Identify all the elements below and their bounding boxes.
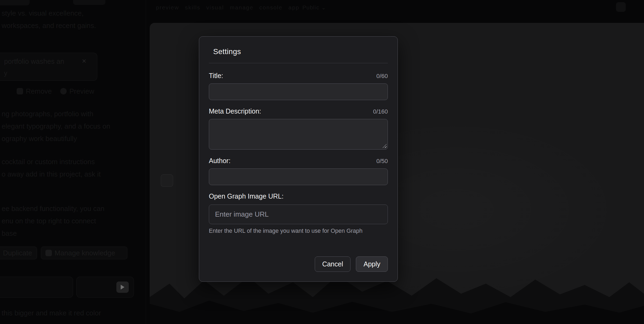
send-button[interactable] xyxy=(116,281,129,293)
last-user-message: this bigger and make it red color xyxy=(2,307,101,319)
close-icon[interactable]: × xyxy=(82,57,86,65)
title-counter: 0/60 xyxy=(376,73,388,80)
modal-footer: Cancel Apply xyxy=(199,245,398,281)
chat-paragraph: cocktail or custom instructions o away a… xyxy=(2,156,101,180)
og-image-label: Open Graph Image URL: xyxy=(209,192,284,200)
og-image-field-group: Open Graph Image URL: Enter the URL of t… xyxy=(209,192,388,234)
meta-description-field-group: Meta Description: 0/160 xyxy=(209,107,388,150)
author-input[interactable] xyxy=(209,168,388,185)
publish-menu[interactable]: Public ⌄ xyxy=(302,4,326,11)
chat-paragraph: ee backend functionality, you can enu on… xyxy=(2,202,105,240)
attachment-card[interactable]: portfolio washes an y × xyxy=(0,53,97,81)
author-label: Author: xyxy=(209,157,231,165)
app-screen: preview skills visual manage console app… xyxy=(0,0,644,324)
apply-button[interactable]: Apply xyxy=(356,256,388,272)
chat-paragraph: style vs. visual excellence, workspaces,… xyxy=(2,7,96,32)
modal-body: Title: 0/60 Meta Description: 0/160 Auth… xyxy=(199,63,398,245)
title-field-group: Title: 0/60 xyxy=(209,72,388,100)
meta-description-label: Meta Description: xyxy=(209,107,261,115)
attachment-title: portfolio washes an xyxy=(4,57,90,66)
send-icon xyxy=(121,285,124,290)
settings-modal: Settings Title: 0/60 Meta Description: 0… xyxy=(199,36,398,282)
title-label: Title: xyxy=(209,72,223,80)
grid-icon xyxy=(45,250,52,256)
og-image-helper-text: Enter the URL of the image you want to u… xyxy=(209,228,388,234)
attachment-subtitle: y xyxy=(4,69,90,77)
cancel-button[interactable]: Cancel xyxy=(315,256,351,272)
remove-button[interactable]: Remove xyxy=(12,86,56,97)
preview-button[interactable]: Preview xyxy=(56,86,98,97)
meta-description-textarea[interactable] xyxy=(209,119,388,150)
composer-actions xyxy=(76,277,134,298)
account-icon[interactable] xyxy=(616,2,626,12)
eye-icon xyxy=(60,88,67,94)
manage-knowledge-button[interactable]: Manage knowledge xyxy=(41,246,127,259)
author-counter: 0/50 xyxy=(376,158,388,165)
modal-title: Settings xyxy=(213,47,384,56)
trash-icon xyxy=(17,88,23,94)
chat-input[interactable] xyxy=(0,277,73,298)
element-selector-button[interactable] xyxy=(161,174,173,187)
duplicate-button[interactable]: Duplicate xyxy=(0,246,37,259)
modal-header: Settings xyxy=(199,37,398,63)
title-input[interactable] xyxy=(209,83,388,100)
chat-paragraph: ng photographs, portfolio with elegant t… xyxy=(2,108,110,145)
og-image-url-input[interactable] xyxy=(209,205,388,224)
meta-description-counter: 0/160 xyxy=(373,108,388,115)
chat-sidebar: style vs. visual excellence, workspaces,… xyxy=(0,0,146,324)
author-field-group: Author: 0/50 xyxy=(209,157,388,185)
project-title: preview skills visual manage console app xyxy=(156,4,299,11)
